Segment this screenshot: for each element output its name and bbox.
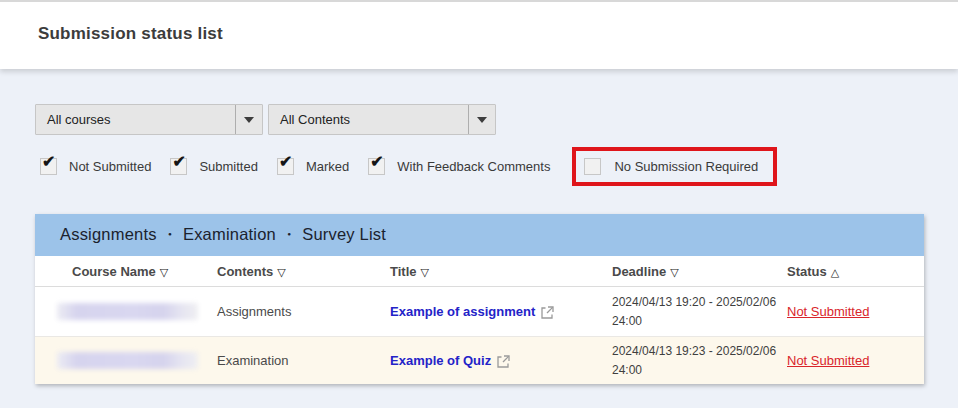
status-cell: Not Submitted bbox=[787, 353, 924, 368]
redacted-course-name bbox=[57, 303, 198, 320]
filter-item-with-feedback-comments: ✔ With Feedback Comments bbox=[368, 158, 550, 175]
filters-row: All courses All Contents bbox=[35, 104, 958, 135]
quiz-title-link[interactable]: Example of Quiz bbox=[390, 353, 510, 368]
deadline-cell: 2024/04/13 19:20 - 2025/02/06 24:00 bbox=[612, 293, 787, 330]
table-row: Assignments Example of assignment 2024/0… bbox=[35, 287, 924, 336]
filter-item-submitted: ✔ Submitted bbox=[170, 158, 258, 175]
checkmark-icon: ✔ bbox=[42, 153, 55, 171]
submission-table: Assignments ・ Examination ・ Survey List … bbox=[35, 214, 924, 384]
no-submission-required-checkbox[interactable] bbox=[584, 158, 601, 175]
red-highlight-annotation-box: No Submission Required bbox=[572, 147, 777, 186]
course-name-cell bbox=[35, 303, 217, 320]
contents-filter-dropdown[interactable]: All Contents bbox=[268, 104, 496, 135]
table-section-title-bar: Assignments ・ Examination ・ Survey List bbox=[35, 214, 924, 256]
external-link-icon bbox=[541, 306, 554, 319]
deadline-cell: 2024/04/13 19:23 - 2025/02/06 24:00 bbox=[612, 342, 787, 379]
checkmark-icon: ✔ bbox=[279, 153, 292, 171]
course-dropdown-arrow-box[interactable] bbox=[235, 105, 262, 134]
column-header-status[interactable]: Status△ bbox=[787, 264, 924, 279]
with-feedback-comments-checkbox[interactable]: ✔ bbox=[368, 158, 385, 175]
status-filter-checkbox-row: ✔ Not Submitted ✔ Submitted ✔ Marked ✔ W… bbox=[40, 144, 958, 188]
checkbox-label: Marked bbox=[306, 159, 349, 174]
filter-item-not-submitted: ✔ Not Submitted bbox=[40, 158, 151, 175]
checkmark-icon: ✔ bbox=[370, 153, 383, 171]
sort-desc-icon[interactable]: ▽ bbox=[421, 266, 429, 278]
contents-filter-value: All Contents bbox=[269, 112, 350, 127]
assignment-title-link[interactable]: Example of assignment bbox=[390, 304, 554, 319]
contents-cell: Examination bbox=[217, 353, 390, 368]
chevron-down-icon bbox=[477, 117, 487, 123]
contents-cell: Assignments bbox=[217, 304, 390, 319]
table-header-row: Course Name▽ Contents▽ Title▽ Deadline▽ … bbox=[35, 256, 924, 287]
top-header-bar: Submission status list bbox=[0, 0, 958, 69]
contents-dropdown-arrow-box[interactable] bbox=[468, 105, 495, 134]
checkbox-label: With Feedback Comments bbox=[397, 159, 550, 174]
course-name-cell bbox=[35, 352, 217, 369]
sort-desc-icon[interactable]: ▽ bbox=[160, 266, 168, 278]
table-section-title: Assignments ・ Examination ・ Survey List bbox=[60, 224, 386, 246]
marked-checkbox[interactable]: ✔ bbox=[277, 158, 294, 175]
checkmark-icon: ✔ bbox=[172, 153, 185, 171]
course-filter-dropdown[interactable]: All courses bbox=[35, 104, 263, 135]
title-cell: Example of Quiz bbox=[390, 353, 612, 368]
column-header-title[interactable]: Title▽ bbox=[390, 264, 612, 279]
title-cell: Example of assignment bbox=[390, 304, 612, 319]
not-submitted-checkbox[interactable]: ✔ bbox=[40, 158, 57, 175]
external-link-icon bbox=[497, 355, 510, 368]
status-cell: Not Submitted bbox=[787, 304, 924, 319]
sort-desc-icon[interactable]: ▽ bbox=[277, 266, 285, 278]
status-not-submitted-link[interactable]: Not Submitted bbox=[787, 353, 869, 368]
page-title: Submission status list bbox=[0, 2, 958, 44]
checkbox-label: No Submission Required bbox=[614, 159, 758, 174]
column-header-course-name[interactable]: Course Name▽ bbox=[35, 264, 217, 279]
status-not-submitted-link[interactable]: Not Submitted bbox=[787, 304, 869, 319]
checkbox-label: Submitted bbox=[199, 159, 258, 174]
column-header-contents[interactable]: Contents▽ bbox=[217, 264, 390, 279]
sort-asc-icon[interactable]: △ bbox=[831, 266, 839, 278]
course-filter-value: All courses bbox=[36, 112, 111, 127]
filter-item-marked: ✔ Marked bbox=[277, 158, 349, 175]
chevron-down-icon bbox=[244, 117, 254, 123]
sort-desc-icon[interactable]: ▽ bbox=[670, 266, 678, 278]
checkbox-label: Not Submitted bbox=[69, 159, 151, 174]
submitted-checkbox[interactable]: ✔ bbox=[170, 158, 187, 175]
table-row: Examination Example of Quiz 2024/04/13 1… bbox=[35, 336, 924, 384]
redacted-course-name bbox=[57, 352, 198, 369]
column-header-deadline[interactable]: Deadline▽ bbox=[612, 264, 787, 279]
